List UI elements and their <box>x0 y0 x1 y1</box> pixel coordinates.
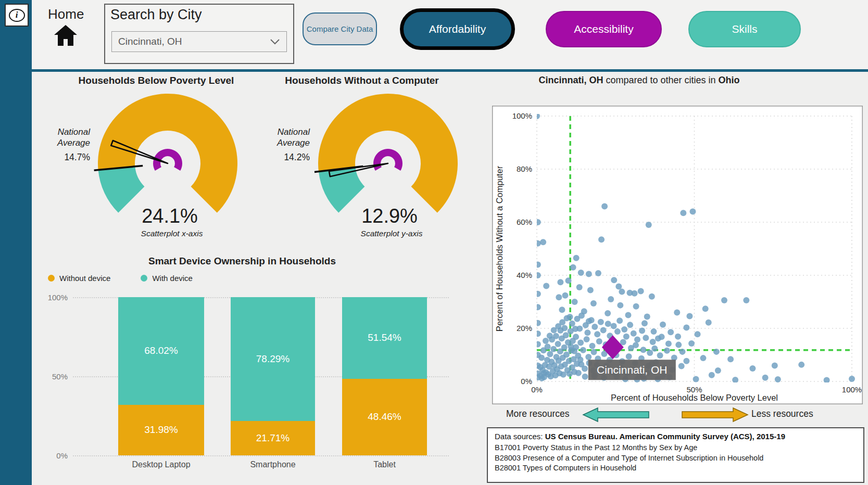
legend-label: With device <box>152 274 193 283</box>
scatter-ytick-label: 80% <box>517 164 532 173</box>
arrow-right-icon <box>681 407 749 425</box>
bar-segment-without-device[interactable]: 31.98% <box>118 405 204 455</box>
scatter-xaxis-title: Percent of Households Below Poverty Leve… <box>611 393 778 402</box>
scatter-ytick-label: 100% <box>512 111 532 120</box>
less-resources-label: Less resources <box>751 409 813 419</box>
bar-column-tablet: 48.46%51.54% <box>342 297 427 455</box>
bar-gridline <box>73 455 449 456</box>
bar-category-label: Smartphone <box>221 460 325 469</box>
scatter-title: Cincinnati, OH compared to other cities … <box>469 75 810 86</box>
bar-segment-with-device[interactable]: 51.54% <box>342 297 427 379</box>
dashboard-page: i Home Search by City Cincinnati, OH Com… <box>0 0 868 485</box>
sidebar: i <box>0 0 32 485</box>
skills-tab-button[interactable]: Skills <box>688 11 801 47</box>
data-sources-heading: Data sources: US Census Bureau. American… <box>495 432 857 441</box>
compare-city-data-button[interactable]: Compare City Data <box>303 12 377 45</box>
gauge-poverty-caption: Scatterplot x-axis <box>104 229 240 238</box>
scatter-plot[interactable]: 0%20%40%60%80%100%0%50%100%Percent of Ho… <box>492 106 863 404</box>
data-source-line: B28003 Presence of a Computer and Type o… <box>495 453 857 464</box>
bar-column-desktop-laptop: 31.98%68.02% <box>118 297 204 455</box>
scatter-xtick-label: 100% <box>842 385 862 394</box>
bar-segment-value: 21.71% <box>256 432 290 444</box>
scatter-ytick-label: 40% <box>517 271 532 279</box>
accessibility-tab-button[interactable]: Accessibility <box>546 11 662 47</box>
bar-segment-value: 48.46% <box>368 411 401 423</box>
bar-column-smartphone: 21.71%78.29% <box>231 297 315 455</box>
bar-chart-plot: 31.98%68.02%21.71%78.29%48.46%51.54% <box>73 297 449 455</box>
bar-ytick-label: 100% <box>30 293 68 302</box>
search-by-city-label: Search by City <box>110 7 202 23</box>
city-tooltip-label: Cincinnati, OH <box>597 364 667 376</box>
bar-segment-without-device[interactable]: 21.71% <box>231 421 315 455</box>
arrow-left-icon <box>582 407 650 425</box>
city-dropdown[interactable]: Cincinnati, OH <box>111 31 287 52</box>
bar-segment-value: 68.02% <box>144 345 178 356</box>
bar-segment-with-device[interactable]: 78.29% <box>231 297 315 421</box>
orange-legend-dot <box>48 275 55 282</box>
bar-ytick-label: 50% <box>30 372 68 381</box>
bar-chart-title: Smart Device Ownership in Households <box>76 256 409 267</box>
affordability-tab-button[interactable]: Affordability <box>400 8 515 50</box>
bar-category-label: Desktop Laptop <box>109 460 213 469</box>
scatter-ytick-label: 60% <box>517 218 532 226</box>
legend-label: Without device <box>59 274 110 283</box>
gauge-poverty-value: 24.1% <box>102 205 237 227</box>
gauge-poverty-national-average: National Average 14.7% <box>28 126 90 163</box>
bar-segment-value: 78.29% <box>256 353 290 365</box>
legend-item[interactable]: Without device <box>48 274 110 283</box>
home-icon[interactable] <box>54 25 77 48</box>
teal-legend-dot <box>141 275 147 282</box>
bar-segment-without-device[interactable]: 48.46% <box>342 379 427 455</box>
data-source-line: B17001 Poverty Status in the Past 12 Mon… <box>495 443 857 453</box>
city-dropdown-value: Cincinnati, OH <box>118 36 182 47</box>
bar-segment-value: 51.54% <box>368 332 401 343</box>
chevron-down-icon <box>270 39 280 45</box>
bar-segment-value: 31.98% <box>144 424 178 436</box>
data-sources-box: Data sources: US Census Bureau. American… <box>487 427 864 483</box>
home-label: Home <box>48 6 84 22</box>
bar-category-label: Tablet <box>333 460 437 469</box>
scatter-yaxis-title: Percent of Households Without a Computer <box>495 165 504 331</box>
bar-chart-legend: Without deviceWith device <box>48 274 193 283</box>
scatter-ytick-label: 0% <box>521 377 532 386</box>
header-divider <box>32 69 868 72</box>
bar-segment-with-device[interactable]: 68.02% <box>118 297 204 405</box>
gauge-computer-national-average: National Average 14.2% <box>247 126 310 163</box>
gauge-computer-caption: Scatterplot y-axis <box>324 229 459 238</box>
data-source-line: B28001 Types of Computers in Household <box>495 463 857 474</box>
legend-item[interactable]: With device <box>141 274 193 283</box>
info-icon: i <box>9 9 25 22</box>
bar-ytick-label: 0% <box>30 451 68 460</box>
scatter-xtick-label: 0% <box>531 385 543 394</box>
scatter-ytick-label: 20% <box>517 324 532 333</box>
gauge-computer-value: 12.9% <box>322 205 457 227</box>
more-resources-label: More resources <box>506 409 570 419</box>
info-button[interactable]: i <box>5 4 29 27</box>
